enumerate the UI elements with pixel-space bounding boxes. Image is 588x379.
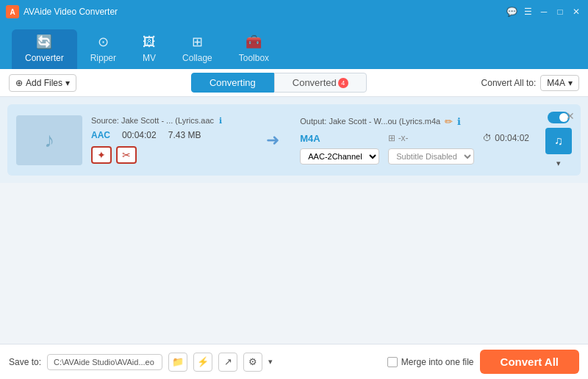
output-text: Output: Jake Scott - W...ou (Lyrics.m4a [300,117,440,126]
file-item: ♪ Source: Jake Scott - ... (Lyrics.aac ℹ… [7,104,581,176]
merge-label: Merge into one file [387,357,474,367]
share-icon-btn[interactable]: ↗ [218,353,237,372]
nav-item-converter[interactable]: 🔄 Converter [12,29,77,69]
nav-bar: 🔄 Converter ⊙ Ripper 🖼 MV ⊞ Collage 🧰 To… [0,24,588,69]
dropdown-arrow-output[interactable]: ▾ [556,159,561,168]
action-icons: ✦ ✂ [91,146,245,164]
settings-dropdown-icon[interactable]: ▾ [268,357,273,367]
toolbar: ⊕ Add Files ▾ Converting Converted4 Conv… [0,69,588,97]
output-duration: ⏱ 00:04:02 [483,133,529,143]
music-output-icon: ♫ [554,134,563,148]
chat-icon[interactable]: 💬 [506,6,517,18]
merge-checkbox[interactable] [387,357,398,367]
app-logo: A [6,5,19,18]
nav-label-converter: Converter [25,53,64,63]
converter-icon: 🔄 [36,34,52,50]
file-thumbnail: ♪ [16,115,82,165]
source-label: Source: Jake Scott - ... (Lyrics.aac ℹ [91,116,245,126]
convert-all-button[interactable]: Convert All [480,350,579,374]
toolbox-icon: 🧰 [245,34,262,50]
edit-output-icon[interactable]: ✏ [445,116,453,127]
add-files-dropdown-icon: ▾ [65,78,70,88]
nav-label-collage: Collage [182,53,212,63]
arrow-icon: ➜ [266,131,279,150]
nav-item-ripper[interactable]: ⊙ Ripper [77,29,129,69]
app-window: A AVAide Video Converter 💬 ☰ ─ □ ✕ 🔄 Con… [0,0,588,379]
tab-converted[interactable]: Converted4 [274,73,367,93]
nav-item-toolbox[interactable]: 🧰 Toolbox [226,29,282,69]
file-list: ♪ Source: Jake Scott - ... (Lyrics.aac ℹ… [0,97,588,183]
main-content: ♪ Source: Jake Scott - ... (Lyrics.aac ℹ… [0,97,588,344]
file-format: AAC [91,130,110,140]
settings-icon-btn[interactable]: ⚙ [243,353,262,372]
maximize-icon[interactable]: □ [554,6,566,18]
cut-button[interactable]: ✂ [116,146,137,164]
file-duration: 00:04:02 [122,130,157,140]
output-res: ⊞ -x- [388,133,474,143]
plus-icon: ⊕ [15,78,23,88]
tab-converting-label: Converting [209,77,256,88]
source-info: Source: Jake Scott - ... (Lyrics.aac ℹ A… [91,116,245,164]
add-files-label: Add Files [26,78,62,88]
output-format-button[interactable]: ♫ [545,128,572,154]
effects-button[interactable]: ✦ [91,146,112,164]
duration-value: 00:04:02 [495,133,529,143]
output-format: M4A [300,133,379,144]
nav-item-mv[interactable]: 🖼 MV [129,30,169,69]
save-to-label: Save to: [9,357,41,367]
nav-label-ripper: Ripper [90,53,116,63]
mv-icon: 🖼 [143,35,156,50]
music-note-icon: ♪ [44,129,54,152]
tab-converted-label: Converted [293,77,337,88]
convert-arrow: ➜ [254,131,291,150]
nav-label-mv: MV [143,53,156,63]
file-size: 7.43 MB [168,130,201,140]
merge-text: Merge into one file [401,357,474,367]
app-title: AVAide Video Converter [24,7,506,17]
add-files-button[interactable]: ⊕ Add Files ▾ [9,74,76,92]
output-settings: M4A ⊞ -x- ⏱ 00:04:02 AAC-2Channel Subtit… [300,133,529,165]
nav-item-collage[interactable]: ⊞ Collage [169,29,226,69]
minimize-icon[interactable]: ─ [538,6,550,18]
output-label: Output: Jake Scott - W...ou (Lyrics.m4a … [300,116,529,127]
converted-badge: 4 [338,78,348,88]
window-controls: 💬 ☰ ─ □ ✕ [506,6,582,18]
selected-format: M4A [547,78,565,88]
close-icon[interactable]: ✕ [570,6,582,18]
menu-icon[interactable]: ☰ [522,6,534,18]
ripper-icon: ⊙ [98,34,109,50]
clock-icon: ⏱ [483,133,492,143]
flash-icon-btn[interactable]: ⚡ [193,353,212,372]
output-info: Output: Jake Scott - W...ou (Lyrics.m4a … [300,116,529,165]
collage-icon: ⊞ [192,34,203,50]
title-bar: A AVAide Video Converter 💬 ☰ ─ □ ✕ [0,0,588,24]
format-dropdown-arrow: ▾ [568,78,573,88]
file-meta: AAC 00:04:02 7.43 MB [91,130,245,140]
audio-channel-select[interactable]: AAC-2Channel [300,148,379,165]
convert-all-label: Convert All [501,355,559,368]
remove-file-button[interactable]: ✕ [566,110,575,122]
tab-converting[interactable]: Converting [191,73,274,93]
tab-group: Converting Converted4 [82,73,476,93]
bottom-bar: Save to: 📁 ⚡ ↗ ⚙ ▾ Merge into one file C… [0,344,588,379]
save-path-input[interactable] [47,354,162,370]
folder-icon-btn[interactable]: 📁 [168,353,187,372]
subtitle-select[interactable]: Subtitle Disabled [388,148,474,165]
source-text: Source: Jake Scott - ... (Lyrics.aac [91,116,214,125]
format-dropdown[interactable]: M4A ▾ [540,75,579,91]
convert-all-to-group: Convert All to: M4A ▾ [481,75,579,91]
source-info-icon: ℹ [219,116,222,125]
convert-all-to-label: Convert All to: [481,78,537,88]
output-info-icon[interactable]: ℹ [457,116,461,127]
nav-label-toolbox: Toolbox [239,53,269,63]
